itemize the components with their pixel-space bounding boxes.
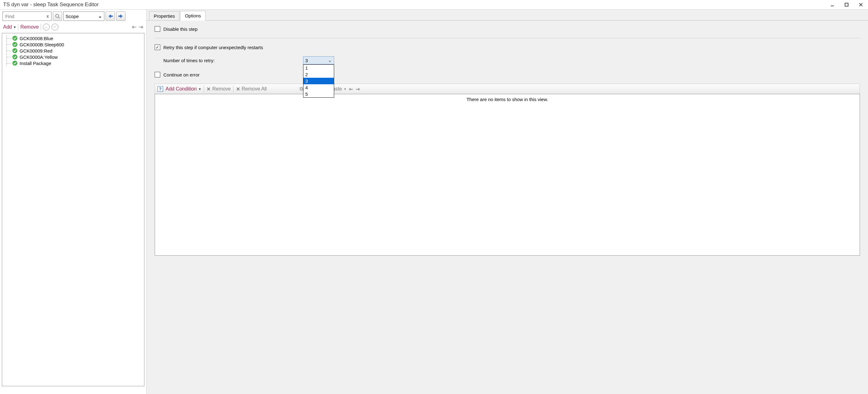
tree-item[interactable]: GCK00008:Blue: [3, 35, 143, 41]
separator: [204, 86, 204, 92]
search-icon: [55, 13, 60, 19]
indent-icon: ⇥: [138, 24, 143, 30]
tab-properties[interactable]: Properties: [149, 11, 180, 21]
minimize-button[interactable]: [825, 0, 839, 9]
separator: [18, 24, 18, 30]
success-icon: [12, 48, 18, 54]
retry-count-dropdown[interactable]: 3 ⌄ 1 2 3 4 5: [303, 56, 334, 64]
success-icon: [12, 60, 18, 66]
svg-point-12: [12, 48, 18, 53]
retry-count-listbox[interactable]: 1 2 3 4 5: [303, 64, 334, 97]
tree-item[interactable]: Install Package: [3, 60, 143, 66]
chevron-up-icon: ︿: [44, 25, 48, 30]
outdent-button[interactable]: ⇤: [132, 24, 137, 30]
svg-point-10: [12, 36, 18, 41]
clear-find-icon[interactable]: x: [46, 14, 50, 19]
help-icon[interactable]: ?: [157, 86, 163, 92]
indent-button[interactable]: ⇥: [138, 24, 143, 30]
conditions-list[interactable]: There are no items to show in this view.: [155, 94, 860, 256]
retry-option[interactable]: 2: [303, 71, 334, 78]
expand-all-button[interactable]: ﹀: [52, 24, 58, 30]
retry-count-value: 3: [305, 58, 308, 63]
scope-label: Scope: [65, 14, 79, 19]
tree-item-label: GCK00008:Blue: [20, 36, 53, 41]
tree-item-label: GCK00009:Red: [20, 48, 53, 54]
remove-button[interactable]: Remove: [20, 24, 39, 30]
retry-step-label: Retry this step if computer unexpectedly…: [163, 45, 263, 50]
search-button[interactable]: [53, 11, 62, 21]
left-pane: x Scope ⌄ Add ▼ Remove: [0, 10, 147, 394]
right-pane: Properties Options Disable this step Ret…: [147, 10, 868, 394]
add-button[interactable]: Add ▼: [3, 24, 16, 30]
find-input[interactable]: [5, 13, 46, 19]
continue-on-error-checkbox[interactable]: [155, 72, 160, 78]
retry-step-checkbox[interactable]: [155, 45, 160, 50]
x-icon: ✕: [236, 86, 240, 92]
separator: [41, 24, 41, 30]
chevron-down-icon: ⌄: [328, 58, 332, 63]
chevron-down-icon: ﹀: [53, 25, 57, 30]
tree-item-label: GCK0000A:Yellow: [20, 54, 58, 60]
svg-point-4: [56, 14, 59, 18]
retry-option[interactable]: 5: [303, 91, 334, 97]
tree-item[interactable]: GCK0000A:Yellow: [3, 54, 143, 60]
disable-step-label: Disable this step: [163, 26, 197, 32]
nav-forward-button[interactable]: [116, 11, 125, 21]
find-input-wrapper[interactable]: x: [2, 11, 52, 21]
indent-icon[interactable]: ⇥: [355, 86, 360, 92]
add-condition-button[interactable]: Add Condition ▼: [165, 86, 201, 92]
svg-rect-9: [118, 16, 121, 17]
svg-rect-1: [845, 3, 848, 6]
tree-item[interactable]: GCK0000B:Sleep600: [3, 41, 143, 48]
tree-item[interactable]: GCK00009:Red: [3, 48, 143, 54]
title-bar: TS dyn var - sleep Task Sequence Editor: [0, 0, 868, 9]
maximize-button[interactable]: [839, 0, 854, 9]
disable-step-checkbox[interactable]: [155, 26, 160, 32]
svg-point-11: [12, 42, 18, 47]
outdent-icon: ⇤: [132, 24, 137, 30]
arrow-right-icon: [118, 14, 124, 19]
nav-back-button[interactable]: [105, 11, 115, 21]
tree-item-label: GCK0000B:Sleep600: [20, 42, 64, 47]
tree-item-label: Install Package: [20, 61, 51, 66]
success-icon: [12, 54, 18, 60]
collapse-all-button[interactable]: ︿: [43, 24, 50, 30]
dropdown-caret-icon: ▼: [198, 87, 202, 91]
svg-point-14: [12, 61, 18, 66]
step-tree[interactable]: GCK00008:Blue GCK0000B:Sleep600 GCK00009…: [2, 33, 145, 386]
arrow-left-icon: [107, 14, 113, 19]
copy-icon: ⧉: [300, 86, 303, 92]
continue-on-error-label: Continue on error: [163, 72, 200, 78]
remove-all-conditions-button[interactable]: ✕ Remove All: [236, 86, 267, 92]
retry-count-label: Number of times to retry:: [163, 58, 300, 63]
remove-condition-button[interactable]: ✕ Remove: [207, 86, 231, 92]
svg-point-13: [12, 54, 18, 59]
svg-line-5: [58, 17, 60, 18]
outdent-icon[interactable]: ⇤: [349, 86, 353, 92]
dropdown-caret-icon: ▼: [13, 26, 16, 29]
retry-option[interactable]: 4: [303, 84, 334, 91]
empty-conditions-message: There are no items to show in this view.: [466, 97, 548, 102]
separator: [233, 86, 234, 92]
close-button[interactable]: [854, 0, 868, 9]
x-icon: ✕: [207, 86, 211, 92]
condition-toolbar: ? Add Condition ▼ ✕ Remove ✕ Remove All: [155, 84, 860, 94]
svg-rect-7: [110, 16, 113, 17]
success-icon: [12, 42, 18, 47]
retry-option[interactable]: 1: [303, 65, 334, 71]
window-title: TS dyn var - sleep Task Sequence Editor: [3, 2, 825, 8]
tab-strip: Properties Options: [147, 10, 868, 20]
success-icon: [12, 35, 18, 41]
tab-options[interactable]: Options: [180, 11, 206, 21]
scope-dropdown[interactable]: Scope ⌄: [63, 11, 104, 21]
dropdown-caret-icon: ▼: [343, 87, 347, 91]
retry-option[interactable]: 3: [303, 78, 334, 84]
tab-body-options: Disable this step Retry this step if com…: [147, 20, 868, 394]
chevron-down-icon: ⌄: [98, 13, 102, 19]
divider: [155, 38, 860, 38]
